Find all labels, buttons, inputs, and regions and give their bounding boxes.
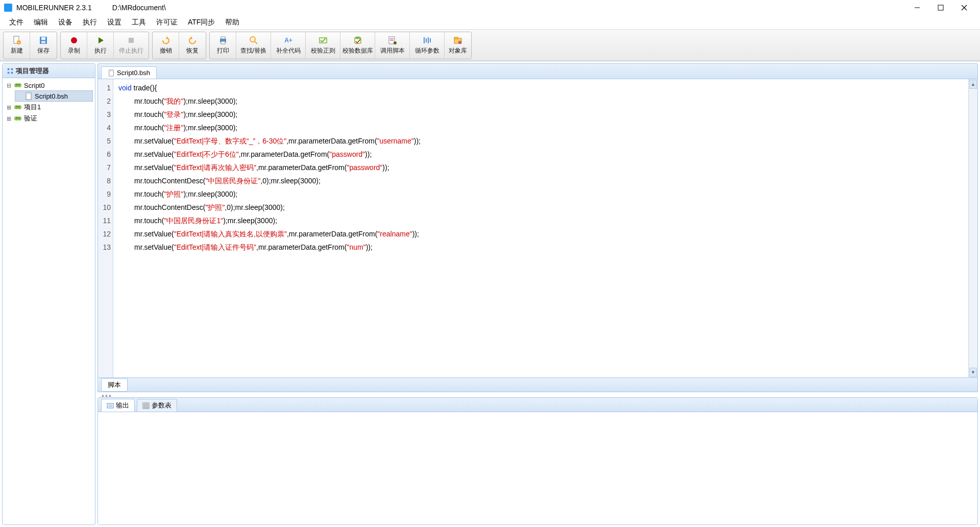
output-body — [98, 412, 977, 524]
app-title: MOBILERUNNER 2.3.1 — [16, 4, 92, 12]
tree-node-1[interactable]: ⊞项目1 — [5, 102, 93, 113]
toolbar-regex-button[interactable]: 校验正则 — [306, 32, 340, 59]
explorer-icon — [7, 67, 14, 75]
complete-icon: A+ — [283, 35, 293, 45]
menubar: 文件编辑设备执行设置工具许可证ATF同步帮助 — [0, 15, 980, 30]
toolbar-find-button[interactable]: 查找/替换 — [236, 32, 271, 59]
svg-rect-32 — [454, 37, 458, 39]
toolbar-label: 查找/替换 — [240, 46, 266, 55]
svg-point-49 — [17, 116, 21, 121]
code-content[interactable]: void trade(){ mr.touch("我的");mr.sleep(30… — [113, 79, 968, 377]
output-tab-1[interactable]: 参数表 — [137, 399, 177, 412]
tree-node-0[interactable]: ⊟Script0 — [5, 80, 93, 90]
tree-expander[interactable]: ⊟ — [6, 82, 12, 89]
main-area: 项目管理器 ⊟Script0Script0.bsh⊞项目1⊞验证 Script0… — [0, 61, 980, 527]
editor-tab-script0[interactable]: Script0.bsh — [101, 66, 157, 79]
svg-rect-43 — [26, 92, 31, 94]
toolbar-print-button[interactable]: 打印 — [210, 32, 236, 59]
svg-point-18 — [250, 37, 255, 42]
menu-3[interactable]: 执行 — [78, 16, 102, 29]
output-tab-label: 输出 — [116, 401, 129, 410]
scroll-track[interactable] — [969, 89, 977, 367]
menu-2[interactable]: 设备 — [53, 16, 78, 29]
svg-rect-1 — [938, 5, 943, 10]
svg-rect-16 — [221, 37, 225, 39]
toolbar-group-3: 打印查找/替换A+补全代码校验正则校验数据库调用脚本循环参数对象库 — [209, 32, 472, 59]
svg-marker-13 — [166, 36, 169, 39]
document-path: D:\MRdocument\ — [112, 4, 166, 12]
menu-5[interactable]: 工具 — [127, 16, 151, 29]
toolbar-script-button[interactable]: 调用脚本 — [375, 32, 410, 59]
svg-point-22 — [355, 37, 361, 39]
output-tab-0[interactable]: 输出 — [101, 399, 135, 412]
stop-icon — [126, 35, 136, 45]
svg-marker-11 — [99, 37, 104, 43]
tree-expander[interactable]: ⊞ — [6, 104, 12, 111]
tree-expander[interactable]: ⊞ — [6, 115, 12, 122]
line-gutter: 12345678910111213 — [98, 79, 113, 377]
toolbar-label: 执行 — [94, 46, 107, 55]
svg-rect-57 — [143, 403, 149, 409]
toolbar-play-button[interactable]: 执行 — [87, 32, 114, 59]
toolbar-label: 校验数据库 — [342, 46, 373, 55]
svg-point-39 — [17, 83, 21, 87]
toolbar-label: 打印 — [217, 46, 229, 55]
toolbar-redo-button[interactable]: 恢复 — [179, 32, 206, 59]
toolbar-label: 恢复 — [186, 46, 199, 55]
svg-rect-54 — [107, 403, 113, 408]
svg-rect-34 — [8, 68, 10, 70]
scroll-up-button[interactable]: ▲ — [969, 80, 977, 89]
code-editor[interactable]: 12345678910111213 void trade(){ mr.touch… — [97, 79, 978, 378]
toolbar-objlib-button[interactable]: 对象库 — [445, 32, 471, 59]
close-button[interactable] — [952, 0, 976, 15]
project-tree[interactable]: ⊟Script0Script0.bsh⊞项目1⊞验证 — [3, 78, 95, 524]
svg-rect-8 — [41, 37, 45, 40]
toolbar-label: 录制 — [68, 46, 80, 55]
toolbar-label: 新建 — [11, 46, 23, 55]
toolbar-label: 循环参数 — [415, 46, 439, 55]
minimize-button[interactable] — [905, 0, 929, 15]
svg-point-41 — [18, 84, 19, 85]
maximize-button[interactable] — [929, 0, 952, 15]
toolbar-group-0: +新建保存 — [3, 32, 57, 59]
print-icon — [218, 35, 228, 45]
svg-rect-53 — [109, 69, 114, 71]
menu-8[interactable]: 帮助 — [220, 16, 244, 29]
tree-child-0-0[interactable]: Script0.bsh — [15, 90, 93, 102]
toolbar-loop-button[interactable]: 循环参数 — [410, 32, 445, 59]
svg-text:A+: A+ — [284, 37, 292, 44]
table-icon — [142, 402, 150, 409]
scroll-down-button[interactable]: ▼ — [969, 368, 977, 377]
tab-script[interactable]: 脚本 — [101, 378, 128, 392]
svg-point-47 — [18, 106, 19, 107]
resize-grip[interactable]: ▴▴▴ — [97, 392, 978, 397]
toolbar-record-button[interactable]: 录制 — [61, 32, 87, 59]
output-tab-label: 参数表 — [152, 401, 172, 410]
toolbar-save-button[interactable]: 保存 — [30, 32, 57, 59]
menu-0[interactable]: 文件 — [4, 16, 29, 29]
toolbar-group-1: 录制执行停止执行 — [60, 32, 149, 59]
tree-label: 项目1 — [24, 103, 41, 112]
save-icon — [38, 35, 48, 45]
regex-icon — [318, 35, 328, 45]
vertical-scrollbar[interactable]: ▲ ▼ — [968, 79, 977, 377]
editor-tab-label: Script0.bsh — [117, 69, 150, 77]
svg-rect-17 — [221, 41, 225, 44]
menu-4[interactable]: 设置 — [102, 16, 127, 29]
menu-7[interactable]: ATF同步 — [183, 16, 220, 29]
svg-rect-35 — [8, 71, 10, 74]
script-icon — [387, 35, 398, 45]
svg-point-51 — [18, 117, 19, 118]
toolbar-db-button[interactable]: 校验数据库 — [340, 32, 375, 59]
menu-1[interactable]: 编辑 — [29, 16, 53, 29]
menu-6[interactable]: 许可证 — [151, 16, 183, 29]
tree-node-2[interactable]: ⊞验证 — [5, 113, 93, 124]
toolbar-undo-button[interactable]: 撤销 — [153, 32, 179, 59]
project-explorer-title: 项目管理器 — [16, 66, 49, 76]
toolbar-complete-button[interactable]: A+补全代码 — [271, 32, 306, 59]
svg-text:+: + — [17, 40, 20, 45]
toolbar-label: 校验正则 — [311, 46, 335, 55]
tree-label: Script0.bsh — [35, 92, 68, 100]
db-icon — [353, 35, 363, 45]
toolbar-new-button[interactable]: +新建 — [4, 32, 30, 59]
